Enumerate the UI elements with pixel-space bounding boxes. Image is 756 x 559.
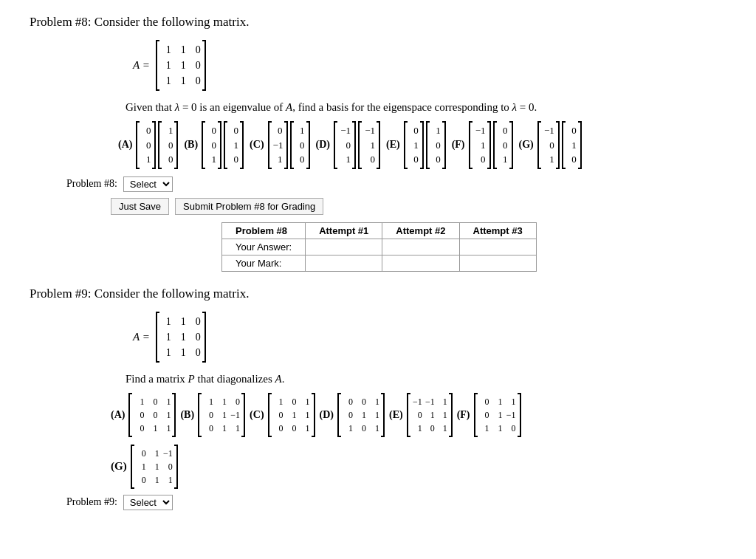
option-B: (B) 001 010 [184, 121, 244, 169]
option-A: (A) 001 100 [118, 121, 178, 169]
problem-8-select[interactable]: Select A B C D E F G [123, 176, 173, 192]
option-C: (C) 0−11 100 [250, 121, 309, 169]
p9-option-A: (A) 101 001 011 [111, 393, 176, 437]
problem-8-matrix-a: A = 110 110 110 [133, 40, 726, 91]
attempts-table-8: Problem #8 Attempt #1 Attempt #2 Attempt… [221, 222, 537, 272]
option-E: (E) 010 100 [386, 121, 446, 169]
col-header-attempt2: Attempt #2 [382, 222, 459, 239]
problem-8-buttons: Just Save Submit Problem #8 for Grading [111, 198, 726, 215]
table-row: Your Answer: [222, 239, 537, 255]
p9-option-F: (F) 011 01−1 110 [457, 393, 521, 437]
problem-8-section: Problem #8: Consider the following matri… [30, 15, 726, 272]
problem-9-matrix-a: A = 110 110 110 [133, 312, 726, 363]
problem-9-section: Problem #9: Consider the following matri… [30, 287, 726, 510]
option-D: (D) −101 −110 [316, 121, 380, 169]
submit-button-8[interactable]: Submit Problem #8 for Grading [175, 198, 323, 215]
problem-8-options: (A) 001 100 (B) 001 [118, 121, 726, 169]
bracket-right [202, 40, 206, 91]
option-G: (G) −101 010 [519, 121, 582, 169]
problem-8-attempts: Problem #8 Attempt #1 Attempt #2 Attempt… [126, 222, 726, 272]
option-F: (F) −110 001 [452, 121, 513, 169]
problem-8-eigentext: Given that λ = 0 is an eigenvalue of A, … [126, 101, 726, 114]
problem-8-select-label: Problem #8: [66, 178, 117, 190]
col-header-attempt3: Attempt #3 [459, 222, 536, 239]
col-header-attempt1: Attempt #1 [306, 222, 382, 239]
p9-option-E: (E) −1−11 011 101 [389, 393, 453, 437]
problem-9-select-row: Problem #9: Select A B C D E F G [66, 495, 726, 510]
problem-8-title: Problem #8: Consider the following matri… [30, 15, 726, 30]
bracket-left [156, 40, 159, 91]
problem-8-select-row: Problem #8: Select A B C D E F G [66, 176, 726, 192]
p9-option-B: (B) 110 01−1 011 [180, 393, 245, 437]
problem-9-title: Problem #9: Consider the following matri… [30, 287, 726, 301]
p9-option-C: (C) 101 011 001 [250, 393, 315, 437]
p9-option-D: (D) 001 011 101 [320, 393, 385, 437]
col-header-problem: Problem #8 [222, 222, 306, 239]
just-save-button-8[interactable]: Just Save [111, 198, 169, 215]
p9-option-G-row: (G) 01−1 110 011 [111, 445, 726, 489]
table-row: Your Mark: [222, 255, 537, 271]
problem-9-findP-text: Find a matrix P that diagonalizes A. [126, 373, 726, 385]
problem-9-options: (A) 101 001 011 (B) 110 01−1 011 [111, 393, 726, 437]
problem-9-select-label: Problem #9: [66, 496, 117, 508]
problem-9-select[interactable]: Select A B C D E F G [123, 495, 173, 510]
